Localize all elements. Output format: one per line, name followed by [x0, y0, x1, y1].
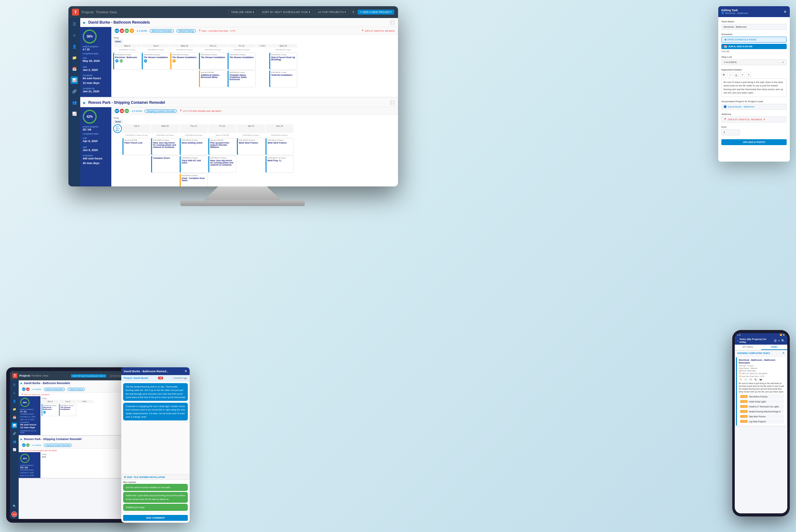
- phone-todo-3[interactable]: TO DO Install 6x 8" Recessed Can Lights: [739, 404, 784, 408]
- phone-todo-list: TO DO Take Before Pictures TO DO Install…: [739, 394, 784, 423]
- task-electrical-bathroom[interactable]: 8:00 AM for 9 hours Electrical - Bathroo…: [113, 53, 141, 70]
- add-project-btn[interactable]: + ADD A NEW PROJECT: [357, 10, 394, 15]
- tablet-sidebar-user[interactable]: 👤: [12, 398, 17, 404]
- sidebar-icon-team[interactable]: 👥: [71, 99, 78, 106]
- timeline-area-reeses: RP JM CH & 6 MORE Shipping Container Rem…: [111, 107, 398, 187]
- upload-photo-btn[interactable]: UPLOAD A PHOTO: [721, 139, 787, 145]
- tablet-user-avatar[interactable]: CH: [12, 512, 17, 517]
- task-name-input[interactable]: Electrical - Bathroom: [721, 24, 787, 30]
- active-projects-btn[interactable]: ACTIVE PROJECTS ▾: [315, 9, 349, 15]
- tablet-sort-btn[interactable]: SORT BY NEXT SCHEDULED TASK ▾: [71, 374, 106, 378]
- task-tile-shower-wed[interactable]: 8:00 AM for 9 hours Tile Shower Installa…: [170, 53, 198, 70]
- tablet-expand1[interactable]: ▶: [20, 382, 22, 385]
- hours-row-project1: 9:00 AM for 9 hours 9:00 AM for 9 hours …: [113, 49, 396, 51]
- tablet-sidebar-team[interactable]: 👥: [12, 439, 17, 444]
- chat-comment-1: Got the cement board installed on the wa…: [123, 484, 188, 491]
- phone-search-btn[interactable]: 🔍: [781, 339, 785, 342]
- task-sink-faucet[interactable]: 8:00 AM for 1 hour Sink & Faucet Hook Up…: [269, 53, 297, 70]
- task-weld-frames-sun[interactable]: 6:00 AM for 9 hours Weld Steel Frames: [265, 138, 294, 155]
- sidebar-icon-folder[interactable]: 📁: [71, 54, 78, 61]
- field-upload: UPLOAD A PHOTO: [721, 138, 787, 145]
- chat-close-btn[interactable]: ✕: [184, 369, 187, 373]
- timeline-area-david-burke: DB JM GN TK & 3 MORE Bathroom Remodels D…: [111, 27, 398, 97]
- task-pickup-paint[interactable]: due by 4:00 PM Pick up paint from Auburn…: [208, 138, 236, 155]
- sidebar-icon-chart[interactable]: 📊: [71, 76, 78, 84]
- task-jose-dig-fri[interactable]: 9:00 AM for 9 hours Have Jose dig trench…: [208, 156, 236, 173]
- tablet-sidebar-chart[interactable]: 📊: [12, 423, 17, 428]
- task-toilet-reinstall[interactable]: 8:00 AM for 1 hour Toilet Re-Installatio…: [269, 70, 297, 87]
- tablet-sidebar-calendar[interactable]: 📅: [12, 415, 17, 420]
- phone-todo-2[interactable]: TO DO Install Vanity Lights: [739, 399, 784, 404]
- avatar-jm2: JM: [119, 109, 124, 113]
- assoc-project-value[interactable]: 🔵 David Burke - Bathroom: [721, 104, 787, 110]
- tablet-sidebar-menu[interactable]: ☰: [12, 382, 17, 388]
- phone-add-btn[interactable]: +: [778, 339, 780, 342]
- tablet-expand2[interactable]: ▶: [20, 438, 22, 441]
- task-paint-trench[interactable]: due to 5:00 PM Paint Trench Line: [123, 138, 150, 155]
- timeline-view-btn[interactable]: TIMELINE VIEW ▾: [228, 9, 257, 15]
- phone-back[interactable]: ‹ Tasks (My Projects) for today.: [737, 338, 774, 343]
- panel-close-btn[interactable]: ✕: [783, 10, 787, 14]
- phone-todo-4[interactable]: TO DO Heated Flooring Electrical Rough I…: [739, 409, 784, 414]
- task-frameless-glass[interactable]: 8:00 AM for 1 hour Template Heavy Framel…: [228, 70, 256, 87]
- steps-btn[interactable]: ≡ 6 STEPS +: [721, 59, 787, 65]
- tag-shipping: Shipping Container Remodel: [145, 109, 177, 113]
- sidebar-icon-list[interactable]: ≡: [71, 32, 78, 39]
- project-expand-icon[interactable]: ▶: [83, 21, 86, 24]
- phone-todo-5[interactable]: TO DO Take After Pictures: [739, 414, 784, 419]
- tablet-sidebar-list[interactable]: ≡: [12, 390, 17, 396]
- fullscreen-btn2[interactable]: ⛶: [390, 100, 395, 105]
- phone-task-meta2: Bathroom Remodels: [739, 370, 784, 372]
- task-weld-frames-sat[interactable]: 6:00 AM for 9 hours Weld Steel Frames: [237, 138, 265, 155]
- field-address: Address 📍 209 A ST SEATTLE, WA 98241 ▾: [721, 113, 787, 122]
- completed-tasks2: 25 / 66: [83, 128, 109, 131]
- fullscreen-btn[interactable]: ⛶: [390, 20, 395, 25]
- sidebar-icon-stats[interactable]: 📈: [71, 110, 78, 117]
- phone-todo-6[interactable]: TO DO Log Daily Progress: [739, 419, 784, 423]
- phone-tab-today[interactable]: TODAY: [761, 345, 788, 350]
- tablet-sidebar-search[interactable]: 🔍: [12, 504, 17, 509]
- task-recessed-niche[interactable]: due by 8:00 AM Additional Option - Reces…: [199, 70, 227, 87]
- task-trace-ac[interactable]: 8:00 AM for 9 hours Trace both AC unit h…: [180, 156, 208, 173]
- address-value[interactable]: 📍 209 A ST SEATTLE, WA 98241 ▾: [721, 116, 787, 122]
- phone-todo-1[interactable]: TO DO Take Before Pictures: [739, 394, 784, 399]
- tablet-project-title1: David Burke - Bathroom Remodels: [24, 382, 70, 385]
- details-text[interactable]: Be sure to leave a pull string in the wa…: [721, 78, 787, 97]
- task-tile-shower-fri[interactable]: 8:00 AM for 9 hours Tile Shower Installa…: [228, 53, 256, 70]
- add-comment-btn[interactable]: ADD COMMENT: [123, 515, 188, 521]
- task-welding-outlet[interactable]: 8:00 AM for 9 hours Need welding outlet:: [180, 138, 208, 155]
- open-schedule-btn[interactable]: ◀ OPEN SCHEDULE MODE: [721, 37, 787, 42]
- sidebar-icon-calendar[interactable]: 📅: [71, 65, 78, 73]
- hour-sun14-r: 6:00 AM for 9 hours: [265, 134, 294, 136]
- italic-btn[interactable]: I: [727, 72, 733, 77]
- tablet-sidebar-link[interactable]: 🔗: [12, 431, 17, 436]
- phone-task-item-electrical[interactable]: Electrical - Bathroom - Bathroom Remodel…: [736, 357, 786, 426]
- task-container-doors[interactable]: Container Doors: [151, 156, 179, 173]
- list-btn[interactable]: ≡: [740, 72, 745, 77]
- task-tile-shower-thu[interactable]: 8:00 AM for 9 hours Tile Shower Installa…: [199, 53, 227, 70]
- filter-icon[interactable]: ▼: [351, 10, 356, 15]
- bold-btn[interactable]: B: [721, 72, 726, 77]
- task-weld-prep[interactable]: 10:00 AM for 11 hours Weld Prep. S...: [265, 156, 294, 173]
- sidebar-icon-user[interactable]: 👤: [71, 43, 78, 50]
- app-logo: T: [72, 9, 79, 16]
- project-expand-icon2[interactable]: ▶: [83, 101, 86, 104]
- phone-filter-btn[interactable]: ☰: [774, 339, 777, 342]
- tablet-task-electrical[interactable]: 8:00 AM for 9 hours Electrical - Bathroo…: [42, 404, 59, 416]
- phone-tab-mytasks[interactable]: MY TASKS: [735, 345, 761, 350]
- task-jose-dig-wed[interactable]: 5:00 AM for 9 hours Have Jose dig trench…: [151, 138, 179, 155]
- ordered-list-btn[interactable]: ≡: [746, 72, 751, 77]
- underline-btn[interactable]: U: [734, 72, 739, 77]
- task-chad-container[interactable]: 8:00 AM for 9 hours Chad - Container Doo…: [180, 173, 208, 187]
- icon-selector[interactable]: 1: [721, 129, 740, 135]
- sidebar-icon-link[interactable]: 🔗: [71, 88, 78, 95]
- sidebar-icon-menu[interactable]: ☰: [71, 20, 78, 28]
- chat-messages: The tile heated flooring stuff is on sit…: [121, 381, 190, 474]
- phone-filter-toggle[interactable]: 👁: [782, 352, 785, 355]
- tablet-sidebar-stats[interactable]: 📈: [12, 447, 17, 453]
- task-tile-shower-tue[interactable]: 8:00 AM for 9 hours Tile Shower Installa…: [142, 53, 170, 70]
- sort-btn[interactable]: SORT BY NEXT SCHEDULED TASK ▾: [259, 9, 313, 15]
- tablet-sidebar-folder[interactable]: 📁: [12, 406, 17, 412]
- day-wed10: Wed 10: [170, 44, 198, 48]
- tablet-task-tile[interactable]: 8:00 AM for 9 hours Tile Shower Installa…: [59, 404, 76, 416]
